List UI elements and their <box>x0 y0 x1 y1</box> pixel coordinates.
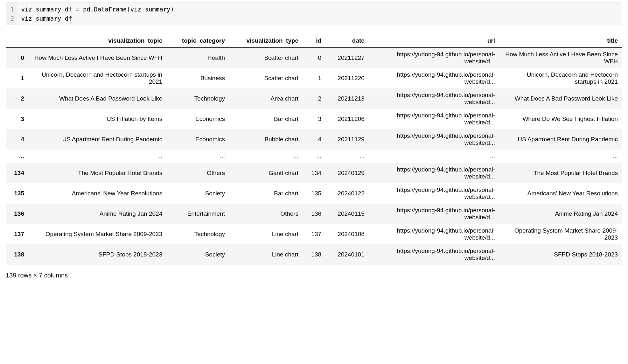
code-line-2: viz_summary_df <box>21 15 72 22</box>
row-index: 2 <box>6 88 29 109</box>
cell-visualization_type: ... <box>229 150 303 163</box>
code-token-dot: . <box>90 6 94 13</box>
cell-visualization_topic: Operating System Market Share 2009-2023 <box>29 224 167 244</box>
cell-title: ... <box>499 150 622 163</box>
cell-url: https://yudong-94.github.io/personal-web… <box>369 204 499 224</box>
gutter-line-2: 2 <box>10 14 14 23</box>
row-index: 4 <box>6 129 29 150</box>
table-row: 137Operating System Market Share 2009-20… <box>6 224 622 244</box>
cell-id: 0 <box>303 48 326 68</box>
cell-date: 20211220 <box>326 68 369 88</box>
col-header-title: title <box>499 34 622 48</box>
table-row: 0How Much Less Active I Have Been Since … <box>6 48 622 68</box>
code-token-paren-open: ( <box>127 6 130 13</box>
table-row: 134The Most Popular Hotel BrandsOthersGa… <box>6 163 622 183</box>
cell-date: 20240122 <box>326 183 369 204</box>
cell-url: https://yudong-94.github.io/personal-web… <box>369 163 499 183</box>
cell-topic_category: Entertainment <box>167 204 229 224</box>
col-header-visualization_type: visualization_type <box>229 34 303 48</box>
table-row: 138SFPD Stops 2018-2023SocietyLine chart… <box>6 244 622 265</box>
cell-visualization_topic: ... <box>29 150 167 163</box>
code-token-module: pd <box>83 6 90 13</box>
table-row: 135Americans' New Year ResolutionsSociet… <box>6 183 622 204</box>
cell-url: https://yudong-94.github.io/personal-web… <box>369 88 499 109</box>
cell-date: 20240129 <box>326 163 369 183</box>
dataframe-output: visualization_topic topic_category visua… <box>6 34 622 265</box>
cell-url: https://yudong-94.github.io/personal-web… <box>369 183 499 204</box>
cell-title: Where Do We See Highest Inflation <box>499 109 622 129</box>
code-token-arg: viz_summary <box>130 6 171 13</box>
cell-date: ... <box>326 150 369 163</box>
cell-date: 20211213 <box>326 88 369 109</box>
cell-visualization_type: Scatter chart <box>229 48 303 68</box>
cell-visualization_topic: Anime Rating Jan 2024 <box>29 204 167 224</box>
gutter-line-1: 1 <box>10 5 14 14</box>
cell-id: 4 <box>303 129 326 150</box>
cell-topic_category: ... <box>167 150 229 163</box>
cell-url: https://yudong-94.github.io/personal-web… <box>369 224 499 244</box>
dataframe-body: 0How Much Less Active I Have Been Since … <box>6 48 622 265</box>
cell-title: Unicorn, Decacorn and Hectocorn startups… <box>499 68 622 88</box>
cell-title: How Much Less Active I Have Been Since W… <box>499 48 622 68</box>
code-token-func: DataFrame <box>94 6 127 13</box>
cell-topic_category: Society <box>167 244 229 265</box>
table-row: 136Anime Rating Jan 2024EntertainmentOth… <box>6 204 622 224</box>
cell-visualization_type: Line chart <box>229 224 303 244</box>
cell-title: Operating System Market Share 2009-2023 <box>499 224 622 244</box>
code-token-var: viz_summary_df <box>21 6 72 13</box>
cell-visualization_topic: How Much Less Active I Have Been Since W… <box>29 48 167 68</box>
col-header-url: url <box>369 34 499 48</box>
table-row: ........................ <box>6 150 622 163</box>
code-body[interactable]: viz_summary_df = pd.DataFrame(viz_summar… <box>17 3 178 25</box>
cell-title: SFPD Stops 2018-2023 <box>499 244 622 265</box>
cell-visualization_topic: SFPD Stops 2018-2023 <box>29 244 167 265</box>
cell-topic_category: Technology <box>167 224 229 244</box>
cell-id: 1 <box>303 68 326 88</box>
cell-date: 20240101 <box>326 244 369 265</box>
cell-id: 3 <box>303 109 326 129</box>
cell-topic_category: Business <box>167 68 229 88</box>
col-header-id: id <box>303 34 326 48</box>
cell-id: 136 <box>303 204 326 224</box>
cell-visualization_topic: Americans' New Year Resolutions <box>29 183 167 204</box>
cell-topic_category: Society <box>167 183 229 204</box>
cell-visualization_type: Bar chart <box>229 109 303 129</box>
cell-date: 20240115 <box>326 204 369 224</box>
table-row: 1Unicorn, Decacorn and Hectocorn startup… <box>6 68 622 88</box>
row-index: 1 <box>6 68 29 88</box>
cell-date: 20240108 <box>326 224 369 244</box>
cell-date: 20211206 <box>326 109 369 129</box>
cell-visualization_topic: Unicorn, Decacorn and Hectocorn startups… <box>29 68 167 88</box>
cell-visualization_type: Others <box>229 204 303 224</box>
header-row: visualization_topic topic_category visua… <box>6 34 622 48</box>
dataframe-summary: 139 rows × 7 columns <box>6 265 622 279</box>
row-index: 136 <box>6 204 29 224</box>
table-row: 2What Does A Bad Password Look LikeTechn… <box>6 88 622 109</box>
code-gutter: 1 2 <box>6 3 17 25</box>
code-input-cell[interactable]: 1 2 viz_summary_df = pd.DataFrame(viz_su… <box>6 3 622 25</box>
code-token-paren-close: ) <box>171 6 174 13</box>
cell-visualization_type: Scatter chart <box>229 68 303 88</box>
row-index: 0 <box>6 48 29 68</box>
cell-title: What Does A Bad Password Look Like <box>499 88 622 109</box>
row-index: 134 <box>6 163 29 183</box>
cell-topic_category: Technology <box>167 88 229 109</box>
cell-id: ... <box>303 150 326 163</box>
cell-url: https://yudong-94.github.io/personal-web… <box>369 244 499 265</box>
cell-title: The Most Popular Hotel Brands <box>499 163 622 183</box>
cell-visualization_topic: US Inflation by Items <box>29 109 167 129</box>
cell-visualization_type: Bubble chart <box>229 129 303 150</box>
col-header-topic_category: topic_category <box>167 34 229 48</box>
row-index: ... <box>6 150 29 163</box>
col-header-visualization_topic: visualization_topic <box>29 34 167 48</box>
cell-topic_category: Health <box>167 48 229 68</box>
cell-url: ... <box>369 150 499 163</box>
dataframe-header: visualization_topic topic_category visua… <box>6 34 622 48</box>
dataframe-table: visualization_topic topic_category visua… <box>6 34 622 265</box>
index-header <box>6 34 29 48</box>
cell-id: 134 <box>303 163 326 183</box>
row-index: 138 <box>6 244 29 265</box>
cell-topic_category: Others <box>167 163 229 183</box>
cell-title: US Apartment Rent During Pandemic <box>499 129 622 150</box>
cell-date: 20211129 <box>326 129 369 150</box>
